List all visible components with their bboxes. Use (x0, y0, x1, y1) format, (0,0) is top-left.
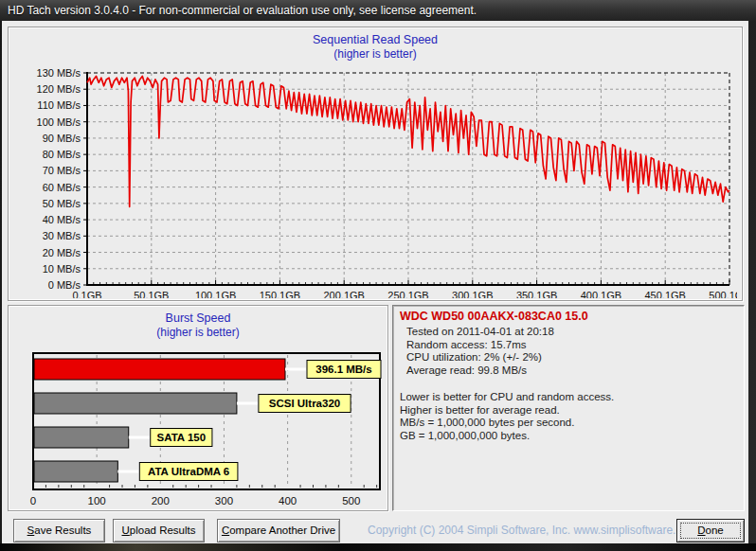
sequential-read-panel: Sequential Read Speed (higher is better)… (8, 27, 743, 301)
desktop-edge (0, 543, 756, 551)
burst-bar-label: ATA UltraDMA 6 (148, 466, 229, 477)
x-axis-tick-label: 400.1GB (581, 290, 621, 298)
done-button[interactable]: Done (676, 519, 745, 542)
note-line: Lower is better for CPU and random acces… (400, 391, 737, 404)
note-line: MB/s = 1,000,000 bytes per second. (400, 417, 737, 430)
burst-x-tick-label: 300 (215, 495, 233, 507)
results-info-panel: WDC WD50 00AAKX-083CA0 15.0 Tested on 20… (392, 305, 745, 511)
y-axis-tick-label: 30 MB/s (43, 230, 81, 241)
average-read: Average read: 99.8 MB/s (400, 364, 737, 378)
random-access: Random access: 15.7ms (400, 339, 737, 352)
y-axis-tick-label: 60 MB/s (43, 182, 81, 193)
x-axis-tick-label: 300.1GB (452, 290, 493, 298)
sequential-chart-title: Sequential Read Speed (9, 33, 742, 46)
window-title-bar[interactable]: HD Tach version 3.0.4.0 - For non-commer… (0, 0, 756, 21)
note-line: GB = 1,000,000,000 bytes. (400, 430, 737, 443)
window-client-area: Sequential Read Speed (higher is better)… (2, 21, 748, 543)
y-axis-tick-label: 80 MB/s (43, 149, 81, 160)
y-axis-tick-label: 100 MB/s (37, 116, 81, 128)
y-axis-tick-label: 10 MB/s (43, 263, 81, 275)
y-axis-tick-label: 20 MB/s (43, 247, 81, 258)
y-axis-tick-label: 50 MB/s (43, 198, 81, 209)
y-axis-tick-label: 120 MB/s (37, 83, 81, 95)
sequential-read-chart: 0 MB/s10 MB/s20 MB/s30 MB/s40 MB/s50 MB/… (13, 67, 737, 298)
burst-speed-panel: Burst Speed (higher is better) 396.1 MB/… (8, 305, 388, 511)
button-row: Save Results Upload Results Compare Anot… (2, 519, 748, 543)
burst-bar-label: 396.1 MB/s (315, 364, 371, 375)
x-axis-tick-label: 500.1GB (709, 290, 737, 298)
burst-bar-2 (34, 427, 129, 448)
y-axis-tick-label: 70 MB/s (43, 165, 81, 176)
x-axis-tick-label: 250.1GB (387, 290, 428, 298)
burst-bar-1 (34, 393, 237, 414)
x-axis-tick-label: 350.1GB (516, 290, 557, 298)
burst-x-tick-label: 400 (279, 495, 297, 507)
drive-name: WDC WD50 00AAKX-083CA0 15.0 (400, 310, 737, 323)
burst-x-tick-label: 200 (152, 495, 170, 507)
sequential-chart-subtitle: (higher is better) (9, 47, 742, 61)
y-axis-tick-label: 110 MB/s (37, 99, 81, 111)
x-axis-tick-label: 50.1GB (134, 290, 169, 298)
burst-bar-0 (34, 359, 285, 380)
burst-bar-3 (34, 461, 117, 482)
burst-bar-label: SATA 150 (157, 432, 207, 443)
notes-block: Lower is better for CPU and random acces… (400, 391, 737, 442)
x-axis-tick-label: 200.1GB (323, 290, 364, 298)
burst-chart-title: Burst Speed (9, 311, 387, 325)
burst-chart-subtitle: (higher is better) (9, 326, 387, 339)
burst-x-tick-label: 100 (88, 495, 106, 507)
copyright-text: Copyright (C) 2004 Simpli Software, Inc.… (368, 524, 667, 537)
x-axis-tick-label: 150.1GB (260, 290, 300, 298)
y-axis-tick-label: 40 MB/s (43, 214, 81, 225)
burst-x-tick-label: 500 (342, 495, 360, 507)
cpu-utilization: CPU utilization: 2% (+/- 2%) (400, 351, 737, 364)
x-axis-tick-label: 0.1GB (72, 290, 101, 298)
tested-on: Tested on 2011-04-01 at 20:18 (400, 326, 737, 339)
y-axis-tick-label: 130 MB/s (37, 67, 81, 79)
compare-another-drive-button[interactable]: Compare Another Drive (217, 519, 340, 542)
save-results-button[interactable]: Save Results (13, 519, 105, 542)
y-axis-tick-label: 90 MB/s (43, 133, 81, 144)
burst-x-tick-label: 0 (30, 495, 36, 507)
x-axis-tick-label: 450.1GB (644, 290, 685, 298)
upload-results-button[interactable]: Upload Results (113, 519, 205, 542)
window-title: HD Tach version 3.0.4.0 - For non-commer… (8, 4, 477, 17)
x-axis-tick-label: 100.1GB (195, 290, 236, 298)
note-line: Higher is better for average read. (400, 404, 737, 418)
burst-speed-chart: 396.1 MB/sSCSI Ultra320SATA 150ATA Ultra… (12, 351, 384, 508)
burst-bar-label: SCSI Ultra320 (269, 398, 340, 409)
